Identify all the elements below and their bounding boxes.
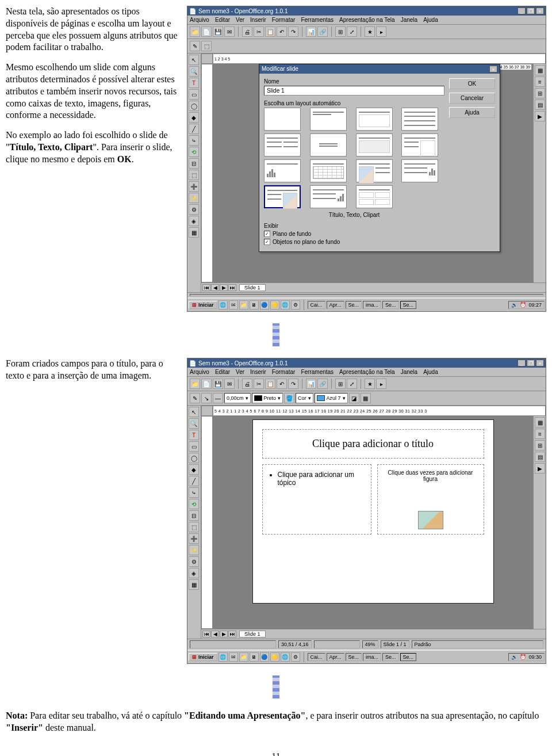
fill-type-combo[interactable]: Cor▾ bbox=[296, 393, 313, 403]
tool-button[interactable]: 🖨 bbox=[242, 379, 252, 389]
effect-tool[interactable]: ✨ bbox=[189, 545, 199, 555]
tool-button[interactable]: ↶ bbox=[277, 379, 287, 389]
task-item[interactable]: Se... bbox=[400, 301, 417, 309]
align-tool[interactable]: ⊟ bbox=[189, 158, 199, 169]
view-button[interactable]: ≡ bbox=[535, 429, 545, 439]
layout-text-obj[interactable] bbox=[401, 133, 438, 156]
tool-button[interactable]: ⬚ bbox=[201, 41, 212, 51]
quicklaunch-icon[interactable]: ⚙ bbox=[291, 652, 300, 662]
tool-button[interactable]: 📄 bbox=[201, 26, 212, 37]
arrange-tool[interactable]: ⬚ bbox=[189, 522, 199, 532]
menu-ver[interactable]: Ver bbox=[236, 17, 244, 23]
tool-button[interactable]: ✎ bbox=[190, 41, 200, 51]
layout-text-chart[interactable] bbox=[401, 159, 438, 182]
task-item[interactable]: Se... bbox=[346, 301, 362, 309]
quicklaunch-icon[interactable]: ⚙ bbox=[291, 300, 300, 310]
menu-formatar[interactable]: Formatar bbox=[272, 17, 296, 23]
view-button[interactable]: ▦ bbox=[535, 417, 545, 427]
view-button[interactable]: ⊞ bbox=[535, 440, 545, 450]
interaction-tool[interactable]: ⚙ bbox=[189, 556, 199, 567]
tool-button[interactable]: ✉ bbox=[224, 26, 235, 37]
menu-ajuda[interactable]: Ajuda bbox=[423, 369, 438, 375]
ellipse-tool[interactable]: ◯ bbox=[189, 453, 199, 463]
task-item[interactable]: Apr... bbox=[327, 301, 344, 309]
quicklaunch-icon[interactable]: 🌐 bbox=[218, 300, 228, 310]
tool-button[interactable]: ↷ bbox=[288, 26, 298, 37]
tool-button[interactable]: ✎ bbox=[190, 393, 200, 403]
task-item[interactable]: ima... bbox=[363, 301, 381, 309]
tool-button[interactable]: ▸ bbox=[376, 26, 386, 37]
maximize-button[interactable]: ❐ bbox=[527, 7, 535, 14]
view-button[interactable]: ▤ bbox=[535, 452, 545, 462]
menu-editar[interactable]: Editar bbox=[215, 17, 230, 23]
quicklaunch-icon[interactable]: 🔵 bbox=[260, 300, 269, 310]
close-button[interactable]: × bbox=[536, 360, 544, 366]
quicklaunch-icon[interactable]: 🌐 bbox=[218, 652, 228, 662]
tool-button[interactable]: ⊞ bbox=[335, 379, 346, 389]
connector-tool[interactable]: ⤷ bbox=[189, 135, 199, 146]
menu-ferramentas[interactable]: Ferramentas bbox=[301, 17, 334, 23]
layout-table[interactable] bbox=[310, 159, 347, 182]
title-placeholder[interactable]: Clique para adicionar o título bbox=[262, 429, 484, 459]
text-tool[interactable]: T bbox=[189, 78, 199, 88]
menu-janela[interactable]: Janela bbox=[401, 17, 417, 23]
tab-prev[interactable]: ◀ bbox=[211, 631, 219, 637]
menu-apresentacao[interactable]: Apresentação na Tela bbox=[339, 17, 395, 23]
menu-editar[interactable]: Editar bbox=[215, 369, 230, 375]
maximize-button[interactable]: ❐ bbox=[527, 360, 535, 366]
line-style[interactable]: — bbox=[213, 393, 223, 403]
view-button[interactable]: ≡ bbox=[535, 77, 545, 87]
menu-inserir[interactable]: Inserir bbox=[250, 17, 266, 23]
task-item[interactable]: Se... bbox=[400, 653, 417, 661]
tool-button[interactable]: 🖨 bbox=[242, 26, 252, 37]
align-tool[interactable]: ⊟ bbox=[189, 510, 199, 521]
tool-button[interactable]: 📁 bbox=[190, 26, 200, 37]
tab-last[interactable]: ⏭ bbox=[228, 631, 236, 637]
menu-arquivo[interactable]: Arquivo bbox=[190, 17, 209, 23]
layout-title-content[interactable] bbox=[401, 108, 438, 131]
shadow-button[interactable]: ◪ bbox=[349, 393, 359, 403]
tab-last[interactable]: ⏭ bbox=[228, 284, 236, 291]
tool-button[interactable]: 📋 bbox=[265, 26, 275, 37]
view-button[interactable]: ▤ bbox=[535, 100, 545, 110]
view-button[interactable]: ⊞ bbox=[535, 88, 545, 98]
arrow-tool[interactable]: ↖ bbox=[189, 55, 199, 65]
tool-button[interactable]: ⊞ bbox=[335, 26, 346, 37]
quicklaunch-icon[interactable]: 🟡 bbox=[270, 300, 279, 310]
checkbox-plano-fundo[interactable]: ✓ bbox=[264, 231, 270, 237]
tool-button[interactable]: ▸ bbox=[376, 379, 386, 389]
close-button[interactable]: × bbox=[536, 7, 544, 14]
arrow-tool[interactable]: ↖ bbox=[189, 407, 199, 417]
status-zoom[interactable]: 49% bbox=[362, 640, 378, 648]
line-tool[interactable]: ╱ bbox=[189, 476, 199, 486]
layout-blank[interactable] bbox=[264, 108, 301, 131]
tool-button[interactable]: ★ bbox=[365, 379, 375, 389]
view-button[interactable]: ▶ bbox=[535, 111, 545, 121]
menu-formatar[interactable]: Formatar bbox=[272, 369, 296, 375]
tool-button[interactable]: ✉ bbox=[224, 379, 235, 389]
shape-tool[interactable]: ◆ bbox=[189, 464, 199, 475]
3d-tool[interactable]: ◈ bbox=[189, 568, 199, 578]
tool-button[interactable]: 🔗 bbox=[317, 379, 328, 389]
tray-icon[interactable]: ⏰ bbox=[520, 654, 526, 660]
slide-tool[interactable]: ▦ bbox=[189, 227, 199, 238]
menu-inserir[interactable]: Inserir bbox=[250, 369, 266, 375]
tool-button[interactable]: 📊 bbox=[306, 379, 316, 389]
task-item[interactable]: Se... bbox=[382, 301, 399, 309]
layout-centered[interactable] bbox=[310, 133, 347, 156]
text-placeholder[interactable]: Clique para adicionar um tópico bbox=[262, 464, 371, 534]
rect-tool[interactable]: ▭ bbox=[189, 89, 199, 100]
zoom-tool[interactable]: 🔍 bbox=[189, 66, 199, 77]
menu-apresentacao[interactable]: Apresentação na Tela bbox=[339, 369, 395, 375]
insert-tool[interactable]: ➕ bbox=[189, 181, 199, 192]
tool-button[interactable]: 🔗 bbox=[317, 26, 328, 37]
start-button[interactable]: ⊞Iniciar bbox=[189, 301, 217, 309]
tab-next[interactable]: ▶ bbox=[220, 631, 228, 637]
quicklaunch-icon[interactable]: 🌐 bbox=[281, 652, 290, 662]
rect-tool[interactable]: ▭ bbox=[189, 441, 199, 452]
quicklaunch-icon[interactable]: 🟡 bbox=[270, 652, 279, 662]
menu-arquivo[interactable]: Arquivo bbox=[190, 369, 209, 375]
fill-color-combo[interactable]: Azul 7▾ bbox=[315, 393, 348, 403]
tool-button[interactable]: 📄 bbox=[201, 379, 212, 389]
cancel-button[interactable]: Cancelar bbox=[449, 93, 495, 104]
